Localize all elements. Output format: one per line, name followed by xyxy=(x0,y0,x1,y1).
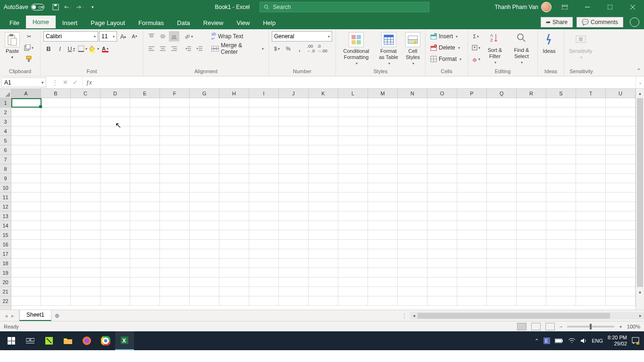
cell[interactable] xyxy=(190,240,219,249)
cell[interactable] xyxy=(71,278,100,287)
cell[interactable] xyxy=(249,278,279,287)
cell[interactable] xyxy=(309,98,338,108)
col-header[interactable]: L xyxy=(338,89,368,98)
cell[interactable] xyxy=(309,296,338,306)
cell[interactable] xyxy=(457,278,487,287)
row-header[interactable]: 8 xyxy=(0,164,11,174)
italic-button[interactable]: I xyxy=(55,43,65,54)
bold-button[interactable]: B xyxy=(43,43,54,54)
cell[interactable] xyxy=(368,126,398,136)
cell[interactable] xyxy=(487,287,517,296)
cell[interactable] xyxy=(130,230,160,240)
col-header[interactable]: T xyxy=(576,89,606,98)
cell[interactable] xyxy=(219,174,249,183)
cell[interactable] xyxy=(279,211,309,221)
cell[interactable] xyxy=(130,145,160,155)
cell[interactable] xyxy=(457,126,487,136)
decrease-decimal-icon[interactable]: .0→.00 xyxy=(317,43,327,54)
cell[interactable] xyxy=(398,211,427,221)
cell[interactable] xyxy=(368,98,398,108)
cell[interactable] xyxy=(338,193,368,202)
cell[interactable] xyxy=(279,164,309,174)
autosave-toggle[interactable]: Off xyxy=(31,4,44,10)
cell[interactable] xyxy=(338,268,368,278)
cell[interactable] xyxy=(576,240,606,249)
tray-chevron-icon[interactable]: ⌃ xyxy=(535,338,539,344)
scroll-right-icon[interactable]: ▸ xyxy=(636,313,644,318)
maximize-button[interactable] xyxy=(601,0,619,14)
cell[interactable] xyxy=(487,202,517,211)
underline-button[interactable]: U xyxy=(66,43,76,54)
cell[interactable] xyxy=(190,164,219,174)
cell[interactable] xyxy=(219,287,249,296)
row-header[interactable]: 5 xyxy=(0,136,11,145)
cell[interactable] xyxy=(309,183,338,193)
cell[interactable] xyxy=(546,136,576,145)
cell[interactable] xyxy=(457,98,487,108)
fx-icon[interactable]: ƒx xyxy=(83,76,95,88)
zoom-out-icon[interactable]: − xyxy=(560,324,562,329)
cell[interactable] xyxy=(487,98,517,108)
cell[interactable] xyxy=(100,287,130,296)
cell[interactable] xyxy=(41,108,71,117)
cell[interactable] xyxy=(71,240,100,249)
col-header[interactable]: U xyxy=(606,89,636,98)
hscroll-thumb[interactable] xyxy=(418,313,610,319)
cell[interactable] xyxy=(130,211,160,221)
cell[interactable] xyxy=(279,155,309,164)
tab-view[interactable]: View xyxy=(230,17,256,29)
col-header[interactable]: I xyxy=(249,89,279,98)
cell[interactable] xyxy=(576,296,606,306)
cell[interactable] xyxy=(398,296,427,306)
cell[interactable] xyxy=(398,164,427,174)
cell[interactable] xyxy=(368,221,398,230)
cell[interactable] xyxy=(41,126,71,136)
cell[interactable] xyxy=(190,287,219,296)
cell[interactable] xyxy=(576,155,606,164)
vertical-scrollbar[interactable]: ▴ ▾ xyxy=(636,89,644,310)
cell[interactable] xyxy=(606,164,636,174)
cell[interactable] xyxy=(130,136,160,145)
col-header[interactable]: P xyxy=(457,89,487,98)
cell[interactable] xyxy=(71,155,100,164)
cell[interactable] xyxy=(427,296,457,306)
cell[interactable] xyxy=(100,183,130,193)
cell[interactable] xyxy=(190,249,219,259)
copy-icon[interactable] xyxy=(24,42,34,53)
align-middle-icon[interactable] xyxy=(158,31,168,42)
cell[interactable] xyxy=(100,278,130,287)
cell[interactable] xyxy=(11,98,41,108)
col-header[interactable]: D xyxy=(100,89,130,98)
cell[interactable] xyxy=(487,249,517,259)
cell[interactable] xyxy=(190,221,219,230)
cell[interactable] xyxy=(576,108,606,117)
formula-menu-icon[interactable]: ⋮ xyxy=(52,79,58,86)
cell[interactable] xyxy=(487,221,517,230)
cell[interactable] xyxy=(338,98,368,108)
cell[interactable] xyxy=(41,249,71,259)
cell[interactable] xyxy=(249,183,279,193)
cell[interactable] xyxy=(427,240,457,249)
cell[interactable] xyxy=(606,240,636,249)
cell[interactable] xyxy=(41,211,71,221)
sort-filter-button[interactable]: AZSort & Filter xyxy=(483,31,507,66)
cell[interactable] xyxy=(546,259,576,268)
cell[interactable] xyxy=(546,126,576,136)
cell[interactable] xyxy=(427,249,457,259)
cell[interactable] xyxy=(546,155,576,164)
cell[interactable] xyxy=(190,174,219,183)
cell[interactable] xyxy=(576,164,606,174)
cell[interactable] xyxy=(398,287,427,296)
cell[interactable] xyxy=(130,183,160,193)
cell[interactable] xyxy=(41,98,71,108)
cell[interactable] xyxy=(368,240,398,249)
cell[interactable] xyxy=(41,259,71,268)
cell[interactable] xyxy=(398,193,427,202)
cell[interactable] xyxy=(368,202,398,211)
cell[interactable] xyxy=(457,268,487,278)
comments-button[interactable]: 💬Comments xyxy=(577,17,623,27)
cell[interactable] xyxy=(11,155,41,164)
cell[interactable] xyxy=(100,193,130,202)
start-button[interactable] xyxy=(2,331,21,350)
cell[interactable] xyxy=(279,98,309,108)
